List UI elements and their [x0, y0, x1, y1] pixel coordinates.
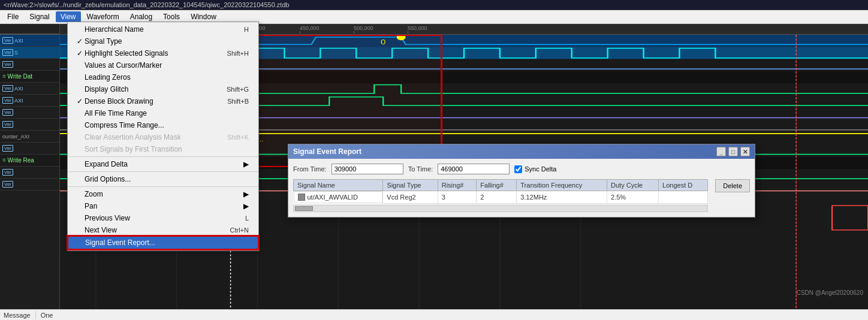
sig-badge-ver9: Ver — [2, 145, 13, 152]
menu-item-sort-signals[interactable]: Sort Signals by First Transition — [68, 143, 258, 155]
signal-row-axi1[interactable]: Ver AXI — [0, 35, 59, 47]
signal-row-7[interactable]: Ver — [0, 107, 59, 119]
dialog-minimize-btn[interactable]: _ — [716, 147, 726, 156]
menu-item-leading-zeros[interactable]: Leading Zeros — [68, 71, 258, 83]
check-signal-type: ✓ — [75, 37, 85, 46]
menu-signal[interactable]: Signal — [25, 11, 54, 22]
col-transition-freq: Transition Frequency — [517, 180, 607, 191]
signal-row-10[interactable]: Ver — [0, 167, 59, 179]
menu-file[interactable]: File — [2, 11, 23, 22]
menu-item-all-file-time[interactable]: All File Time Range — [68, 107, 258, 119]
col-falling: Falling# — [477, 180, 517, 191]
time-550: 550,000 — [408, 25, 427, 31]
menu-item-zoom[interactable]: Zoom ▶ — [68, 188, 258, 200]
label-zoom: Zoom — [85, 190, 241, 198]
sig-badge-ver10: Ver — [2, 169, 13, 176]
label-signal-event: Signal Event Report... — [85, 239, 236, 247]
menu-item-hierarchical-name[interactable]: Hierarchical Name H — [68, 23, 258, 35]
col-rising: Rising# — [438, 180, 477, 191]
signal-row-counter[interactable]: ounter_AXI — [0, 131, 59, 143]
shortcut-glitch: Shift+G — [227, 86, 249, 93]
table-row[interactable]: ut/AXI_AWVALID Vcd Reg2 3 2 3.12MHz 2.5% — [294, 191, 708, 204]
check-glitch — [75, 85, 85, 93]
menu-item-signal-type[interactable]: ✓ Signal Type — [68, 35, 258, 47]
menu-item-dense-block[interactable]: ✓ Dense Block Drawing Shift+B — [68, 95, 258, 107]
from-time-label: From Time: — [293, 165, 327, 173]
dialog-horizontal-scrollbar[interactable] — [293, 205, 708, 212]
menu-item-values-at-cursor[interactable]: Values at Cursor/Marker — [68, 59, 258, 71]
menu-view[interactable]: View — [56, 11, 81, 22]
menu-item-display-glitch[interactable]: Display Glitch Shift+G — [68, 83, 258, 95]
dialog-close-btn[interactable]: ✕ — [740, 147, 750, 156]
signal-row-11[interactable]: Ver — [0, 179, 59, 191]
menu-analog[interactable]: Analog — [125, 11, 157, 22]
menu-item-highlight-selected[interactable]: ✓ Highlight Selected Signals Shift+H — [68, 47, 258, 59]
time-ruler-left — [0, 24, 59, 35]
menu-tools[interactable]: Tools — [158, 11, 185, 22]
menu-item-compress-time[interactable]: Compress Time Range... — [68, 119, 258, 131]
dialog-table-body: ut/AXI_AWVALID Vcd Reg2 3 2 3.12MHz 2.5% — [294, 191, 708, 204]
shortcut-prev-view: L — [245, 215, 249, 222]
menu-item-signal-event-report[interactable]: Signal Event Report... — [68, 236, 258, 249]
check-pan — [75, 202, 85, 210]
menu-waveform[interactable]: Waveform — [82, 11, 124, 22]
signal-row-3[interactable]: Ver — [0, 59, 59, 71]
label-grid: Grid Options... — [85, 175, 237, 183]
signal-row-9[interactable]: Ver — [0, 143, 59, 155]
menu-separator-2 — [68, 171, 258, 172]
delete-button[interactable]: Delete — [715, 179, 750, 192]
sig-badge-ver11: Ver — [2, 181, 13, 188]
signal-row-axi2[interactable]: Ver S — [0, 47, 59, 59]
cell-falling: 2 — [477, 191, 517, 204]
check-all-file — [75, 109, 85, 117]
menu-item-next-view[interactable]: Next View Ctrl+N — [68, 224, 258, 236]
check-signal-event — [76, 239, 85, 247]
sig-label-1: AXI — [14, 38, 23, 44]
label-highlight: Highlight Selected Signals — [85, 49, 215, 58]
write-data-label: = Write Dat — [0, 71, 59, 83]
menu-item-clear-assertion[interactable]: Clear Assertion Analysis Mask Shift+K — [68, 131, 258, 143]
shortcut-highlight: Shift+H — [227, 50, 249, 57]
shortcut-hierarchical: H — [244, 26, 249, 33]
col-signal-name: Signal Name — [294, 180, 383, 191]
check-leading — [75, 73, 85, 81]
menu-item-grid-options[interactable]: Grid Options... — [68, 173, 258, 185]
cell-longest-d — [659, 191, 708, 204]
signal-row-6[interactable]: Ver AXI — [0, 95, 59, 107]
label-glitch: Display Glitch — [85, 85, 215, 93]
signal-icon — [298, 194, 305, 201]
write-rea-label: = Write Rea — [0, 155, 59, 167]
label-clear: Clear Assertion Analysis Mask — [85, 133, 215, 141]
from-time-input[interactable] — [331, 164, 403, 174]
dialog-time-row: From Time: To Time: Sync Delta — [293, 164, 750, 174]
menu-separator-1 — [68, 156, 258, 157]
sync-delta-checkbox[interactable] — [514, 165, 522, 173]
menu-window[interactable]: Window — [186, 11, 221, 22]
to-time-input[interactable] — [438, 164, 510, 174]
menu-item-expand-delta[interactable]: Expand Delta ▶ — [68, 158, 258, 170]
label-values: Values at Cursor/Marker — [85, 61, 237, 70]
dialog-restore-btn[interactable]: □ — [728, 147, 738, 156]
menu-item-pan[interactable]: Pan ▶ — [68, 200, 258, 212]
label-hierarchical: Hierarchical Name — [85, 25, 232, 34]
col-signal-type: Signal Type — [383, 180, 438, 191]
scrollbar-thumb[interactable] — [295, 206, 313, 211]
cell-signal-type: Vcd Reg2 — [383, 191, 438, 204]
menu-item-previous-view[interactable]: Previous View L — [68, 212, 258, 224]
sig-badge-ver7: Ver — [2, 109, 13, 116]
view-dropdown-menu: Hierarchical Name H ✓ Signal Type ✓ High… — [67, 22, 259, 251]
label-leading: Leading Zeros — [85, 73, 237, 81]
signal-row-8[interactable]: Ver — [0, 119, 59, 131]
sig-badge-ver3: Ver — [2, 61, 13, 68]
signal-row-5[interactable]: Ver AXI — [0, 83, 59, 95]
sig-badge-ver5: Ver — [2, 85, 13, 92]
check-zoom — [75, 190, 85, 198]
signal-event-report-dialog: Signal Event Report _ □ ✕ From Time: To … — [288, 144, 755, 218]
sig-badge-ver6: Ver — [2, 97, 13, 104]
dialog-header-row: Signal Name Signal Type Rising# Falling#… — [294, 180, 708, 191]
sig-counter-label: ounter_AXI — [2, 134, 29, 140]
col-longest-d: Longest D — [659, 180, 708, 191]
check-prev-view — [75, 214, 85, 222]
shortcut-next-view: Ctrl+N — [230, 227, 249, 234]
title-bar: <nWave:2>/slowfs/../rundir_zebu/emulatio… — [0, 0, 868, 10]
